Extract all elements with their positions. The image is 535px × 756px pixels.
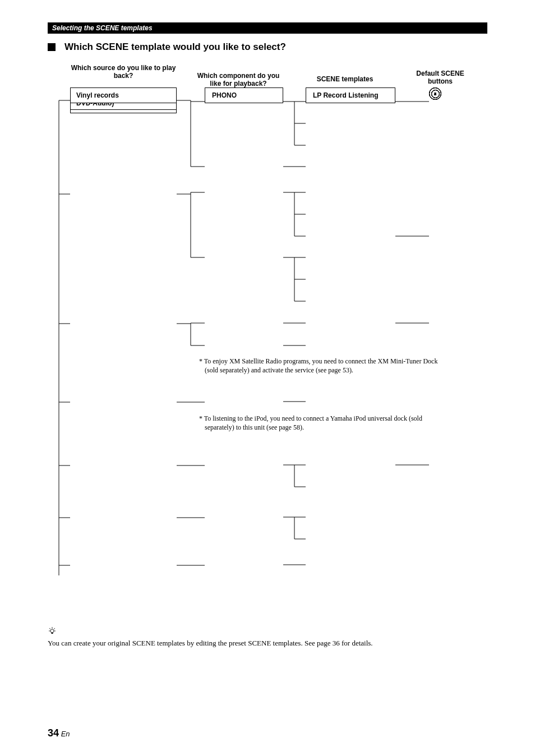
tip-text: You can create your original SCENE templ… bbox=[48, 639, 487, 648]
note-ipod: * To listening to the iPod, you need to … bbox=[199, 414, 440, 432]
square-bullet-icon bbox=[48, 43, 56, 51]
tip-section: You can create your original SCENE templ… bbox=[48, 626, 487, 648]
default-button-3: 3 bbox=[429, 87, 441, 100]
col-header-source: Which source do you like to play back? bbox=[70, 64, 177, 80]
col-header-component: Which component do you like for playback… bbox=[193, 72, 283, 88]
svg-point-0 bbox=[50, 629, 54, 633]
tmpl-lp: LP Record Listening bbox=[306, 87, 395, 103]
col-header-templates: SCENE templates bbox=[303, 75, 387, 83]
flowchart: Video sources (DVD video, Recorded video… bbox=[48, 87, 491, 615]
comp-phono: PHONO bbox=[205, 87, 283, 103]
page-num-value: 34 bbox=[48, 727, 59, 739]
heading-text: Which SCENE template would you like to s… bbox=[64, 42, 286, 53]
svg-rect-1 bbox=[52, 633, 53, 634]
column-headers: Which source do you like to play back? W… bbox=[48, 64, 487, 87]
page-number: 34 En bbox=[48, 727, 70, 739]
section-heading: Which SCENE template would you like to s… bbox=[48, 42, 487, 53]
col-header-buttons: Default SCENE buttons bbox=[407, 70, 474, 86]
src-vinyl: Vinyl records bbox=[70, 87, 177, 103]
button-number: 3 bbox=[431, 90, 440, 98]
page-num-suffix: En bbox=[61, 730, 70, 738]
tip-icon bbox=[48, 626, 487, 637]
header-bar: Selecting the SCENE templates bbox=[48, 22, 487, 34]
note-xm: * To enjoy XM Satellite Radio programs, … bbox=[199, 357, 440, 375]
connectors-svg bbox=[48, 87, 491, 615]
